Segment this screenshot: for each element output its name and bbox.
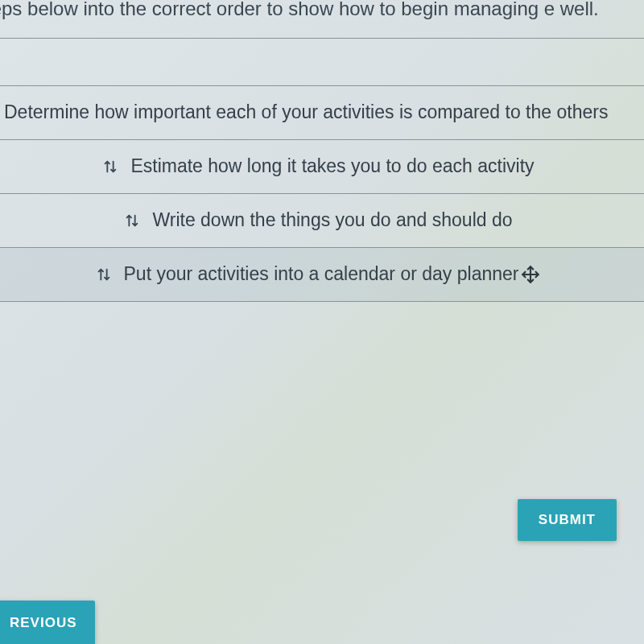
sort-arrows-icon bbox=[123, 212, 141, 229]
item-text: Put your activities into a calendar or d… bbox=[124, 262, 519, 287]
empty-slot[interactable] bbox=[0, 38, 644, 86]
item-text: Write down the things you do and should … bbox=[152, 208, 512, 233]
submit-button[interactable]: SUBMIT bbox=[518, 499, 617, 541]
item-text: Determine how important each of your act… bbox=[4, 101, 608, 125]
question-instructions: steps below into the correct order to sh… bbox=[0, 0, 644, 38]
sortable-item[interactable]: Write down the things you do and should … bbox=[0, 194, 644, 248]
sort-arrows-icon bbox=[101, 158, 119, 175]
sortable-item[interactable]: Determine how important each of your act… bbox=[0, 86, 644, 140]
sortable-item[interactable]: Estimate how long it takes you to do eac… bbox=[0, 140, 644, 194]
sort-arrows-icon bbox=[95, 266, 113, 283]
previous-button[interactable]: REVIOUS bbox=[0, 601, 95, 644]
move-cursor-icon bbox=[520, 264, 541, 285]
sortable-item-selected[interactable]: Put your activities into a calendar or d… bbox=[0, 248, 644, 302]
item-text: Estimate how long it takes you to do eac… bbox=[130, 155, 534, 179]
